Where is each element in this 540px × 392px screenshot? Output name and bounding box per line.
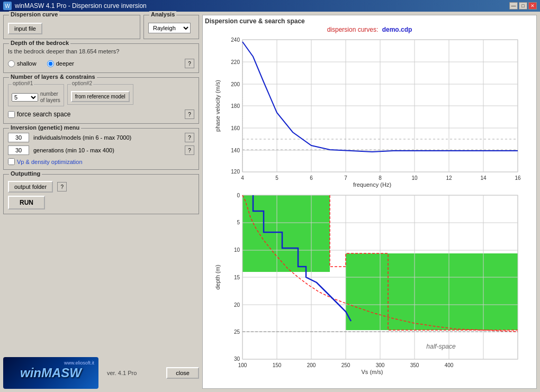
bedrock-question: Is the bedrock deeper than 18.654 meters… xyxy=(8,48,194,54)
output-folder-button[interactable]: output folder xyxy=(8,181,53,193)
svg-text:5: 5 xyxy=(237,220,240,225)
svg-text:240: 240 xyxy=(231,37,240,43)
layers-num-label: numberof layers xyxy=(40,91,60,104)
version-text: ver. 4.1 Pro xyxy=(107,370,137,376)
layers-help-button[interactable]: ? xyxy=(185,110,194,119)
svg-text:7: 7 xyxy=(344,175,347,181)
close-button[interactable]: close xyxy=(166,367,199,379)
svg-text:0: 0 xyxy=(237,193,240,198)
option2-label: option#2 xyxy=(71,80,93,86)
svg-text:180: 180 xyxy=(231,103,240,109)
shallow-radio[interactable] xyxy=(8,60,15,67)
svg-text:160: 160 xyxy=(231,125,240,131)
window-close-button[interactable]: ✕ xyxy=(528,2,537,10)
chart-section-title: Dispersion curve & search space xyxy=(205,17,534,25)
vp-density-label: Vp & density optimization xyxy=(17,159,83,165)
svg-rect-42 xyxy=(346,253,518,330)
svg-text:100: 100 xyxy=(238,362,247,368)
inversion-title: Inversion (genetic) menu xyxy=(9,124,81,131)
outputting-group: Outputting output folder ? RUN xyxy=(3,174,199,214)
outputting-title: Outputting xyxy=(9,170,42,177)
svg-text:8: 8 xyxy=(379,175,382,181)
svg-text:Vs (m/s): Vs (m/s) xyxy=(362,369,383,375)
chart-title-label: dispersion curves: xyxy=(327,26,379,33)
option1-label: option#1 xyxy=(12,80,34,86)
svg-text:depth (m): depth (m) xyxy=(214,265,221,289)
svg-text:400: 400 xyxy=(445,362,454,368)
right-panel: Dispersion curve & search space dispersi… xyxy=(202,15,537,389)
dispersion-curve-group: Dispersion curve input file xyxy=(3,15,140,39)
svg-text:150: 150 xyxy=(273,362,282,368)
maximize-button[interactable]: □ xyxy=(519,2,527,10)
individuals-help-button[interactable]: ? xyxy=(185,133,194,142)
bedrock-title: Depth of the bedrock xyxy=(9,40,70,46)
svg-text:200: 200 xyxy=(307,362,316,368)
force-search-space-label: force search space xyxy=(17,111,70,118)
layers-group: Number of layers & constrains option#1 5… xyxy=(3,77,199,124)
layers-select[interactable]: 534678 xyxy=(12,93,38,102)
svg-text:15: 15 xyxy=(234,275,240,280)
svg-text:25: 25 xyxy=(234,329,240,335)
svg-text:frequency (Hz): frequency (Hz) xyxy=(353,181,391,188)
svg-text:140: 140 xyxy=(231,148,240,153)
shallow-radio-label[interactable]: shallow xyxy=(8,60,37,67)
svg-text:10: 10 xyxy=(234,247,240,253)
generations-label: generations (min 10 - max 400) xyxy=(33,147,181,153)
svg-text:120: 120 xyxy=(231,169,240,175)
bedrock-group: Depth of the bedrock Is the bedrock deep… xyxy=(3,43,199,73)
svg-rect-41 xyxy=(242,195,330,272)
svg-text:200: 200 xyxy=(231,81,240,87)
vp-density-checkbox[interactable] xyxy=(8,158,15,165)
run-button[interactable]: RUN xyxy=(8,196,45,209)
from-reference-model-button[interactable]: from reference model xyxy=(71,91,130,102)
svg-text:350: 350 xyxy=(410,362,419,368)
app-icon: W xyxy=(3,2,12,10)
svg-text:300: 300 xyxy=(376,362,385,368)
logo-area: www.eliosoft.it winMASW xyxy=(3,357,98,389)
svg-text:phase velocity (m/s): phase velocity (m/s) xyxy=(214,80,221,132)
logo-website: www.eliosoft.it xyxy=(64,360,94,366)
svg-text:30: 30 xyxy=(234,356,240,362)
svg-text:20: 20 xyxy=(234,302,240,308)
inversion-group: Inversion (genetic) menu 30 individuals/… xyxy=(3,128,199,170)
generations-input[interactable]: 30 xyxy=(8,145,29,155)
deeper-radio[interactable] xyxy=(47,60,54,67)
outputting-help-button[interactable]: ? xyxy=(57,182,67,192)
bedrock-help-button[interactable]: ? xyxy=(185,59,194,68)
window-title: winMASW 4.1 Pro - Dispersion curve inver… xyxy=(15,2,147,10)
svg-text:6: 6 xyxy=(310,175,313,181)
minimize-button[interactable]: — xyxy=(509,2,518,10)
svg-text:220: 220 xyxy=(231,59,240,65)
svg-text:10: 10 xyxy=(411,175,418,181)
analysis-select[interactable]: Rayleigh Love xyxy=(148,23,191,33)
chart-title-file: demo.cdp xyxy=(382,26,412,33)
option1-box: option#1 534678 numberof layers xyxy=(8,84,64,106)
svg-text:250: 250 xyxy=(341,362,350,368)
svg-text:4: 4 xyxy=(241,175,244,181)
deeper-radio-label[interactable]: deeper xyxy=(47,60,74,67)
analysis-group: Analysis Rayleigh Love xyxy=(143,15,199,39)
svg-text:half-space: half-space xyxy=(426,343,456,350)
input-file-button[interactable]: input file xyxy=(8,23,42,34)
dispersion-curve-chart: 240 220 200 180 160 140 120 4 5 6 7 8 10… xyxy=(213,34,526,188)
dispersion-curve-title: Dispersion curve xyxy=(9,11,59,17)
option2-box: option#2 from reference model xyxy=(67,84,133,105)
title-bar: W winMASW 4.1 Pro - Dispersion curve inv… xyxy=(0,0,540,12)
individuals-label: individuals/models (min 6 - max 7000) xyxy=(33,134,181,141)
force-search-space-checkbox[interactable] xyxy=(8,111,15,118)
svg-text:12: 12 xyxy=(446,175,452,181)
individuals-input[interactable]: 30 xyxy=(8,133,29,142)
svg-text:14: 14 xyxy=(480,175,487,181)
left-panel: Dispersion curve input file Analysis Ray… xyxy=(3,15,199,389)
logo-name: winMASW xyxy=(20,366,82,380)
vs-profile-chart: half-space 0 5 10 15 20 25 30 100 150 20… xyxy=(213,190,526,375)
svg-text:5: 5 xyxy=(275,175,278,181)
svg-text:16: 16 xyxy=(515,175,521,181)
analysis-title: Analysis xyxy=(149,11,176,17)
layers-title: Number of layers & constrains xyxy=(9,74,97,80)
generations-help-button[interactable]: ? xyxy=(185,145,194,155)
